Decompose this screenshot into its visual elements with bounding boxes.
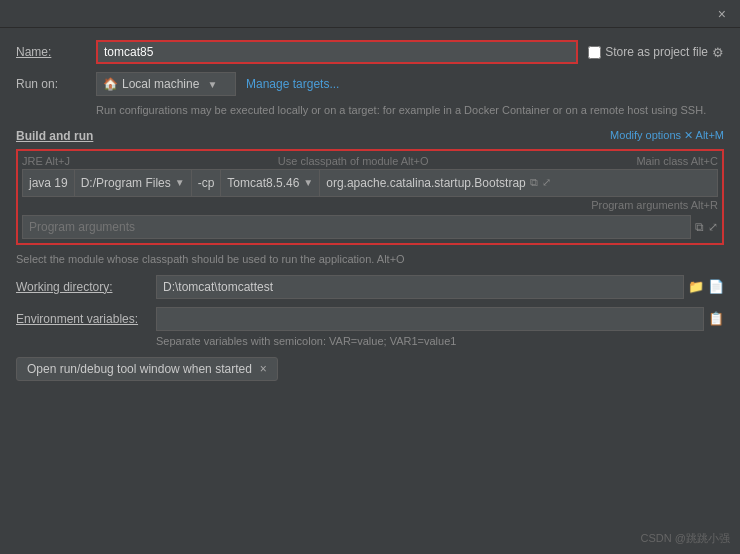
expand-icon[interactable]: ⤢ <box>542 176 551 189</box>
run-debug-dialog: × Name: Store as project file ⚙ Run on: … <box>0 0 740 554</box>
build-run-controls: java 19 D:/Program Files ▼ -cp Tomcat8.5… <box>22 169 718 197</box>
java-version-segment[interactable]: java 19 <box>23 170 75 196</box>
java-version-label: java 19 <box>29 176 68 190</box>
java-path-segment[interactable]: D:/Program Files ▼ <box>75 170 192 196</box>
main-class-hint: Main class Alt+C <box>636 155 718 167</box>
name-row: Name: Store as project file ⚙ <box>16 40 724 64</box>
dropdown-arrow-icon: ▼ <box>207 79 217 90</box>
cp-label-segment: -cp <box>192 170 222 196</box>
gear-icon[interactable]: ⚙ <box>712 45 724 60</box>
prog-args-expand-icon[interactable]: ⤢ <box>708 220 718 234</box>
dialog-content: Name: Store as project file ⚙ Run on: 🏠 … <box>0 28 740 554</box>
prog-args-copy-icon[interactable]: ⧉ <box>695 220 704 234</box>
main-class-segment[interactable]: org.apache.catalina.startup.Bootstrap ⧉ … <box>320 170 717 196</box>
module-segment[interactable]: Tomcat8.5.46 ▼ <box>221 170 320 196</box>
open-debug-close-icon[interactable]: × <box>260 362 267 376</box>
env-vars-icons: 📋 <box>708 311 724 326</box>
local-machine-select[interactable]: 🏠 Local machine ▼ <box>96 72 236 96</box>
modify-options-link[interactable]: Modify options ✕ Alt+M <box>610 129 724 142</box>
title-bar: × <box>0 0 740 28</box>
module-label: Tomcat8.5.46 <box>227 176 299 190</box>
info-text: Run configurations may be executed local… <box>96 102 724 119</box>
env-vars-row: Environment variables: 📋 <box>16 307 724 331</box>
working-dir-file-icon[interactable]: 📄 <box>708 279 724 294</box>
java-path-arrow-icon: ▼ <box>175 177 185 188</box>
working-dir-icons: 📁 📄 <box>688 279 724 294</box>
jre-hint: JRE Alt+J <box>22 155 70 167</box>
open-debug-label: Open run/debug tool window when started <box>27 362 252 376</box>
store-project-container: Store as project file ⚙ <box>588 45 724 60</box>
store-project-checkbox[interactable] <box>588 46 601 59</box>
modify-arrow-icon: ✕ <box>684 129 695 141</box>
prog-args-icons: ⧉ ⤢ <box>695 220 718 234</box>
env-vars-label: Environment variables: <box>16 312 156 326</box>
hints-row: JRE Alt+J Use classpath of module Alt+O … <box>22 155 718 167</box>
env-hint: Separate variables with semicolon: VAR=v… <box>156 335 724 347</box>
select-module-text: Select the module whose classpath should… <box>16 253 724 265</box>
watermark: CSDN @跳跳小强 <box>641 531 730 546</box>
program-args-input[interactable] <box>22 215 691 239</box>
store-project-label: Store as project file <box>605 45 708 59</box>
working-dir-label: Working directory: <box>16 280 156 294</box>
manage-targets-link[interactable]: Manage targets... <box>246 77 339 91</box>
cp-label: -cp <box>198 176 215 190</box>
build-run-section-header: Build and run Modify options ✕ Alt+M <box>16 129 724 143</box>
env-vars-edit-icon[interactable]: 📋 <box>708 311 724 326</box>
local-machine-label: Local machine <box>122 77 199 91</box>
java-path-label: D:/Program Files <box>81 176 171 190</box>
classpath-hint: Use classpath of module Alt+O <box>278 155 429 167</box>
close-button[interactable]: × <box>712 4 732 24</box>
open-debug-button[interactable]: Open run/debug tool window when started … <box>16 357 278 381</box>
run-on-label: Run on: <box>16 77 96 91</box>
working-dir-folder-icon[interactable]: 📁 <box>688 279 704 294</box>
run-on-row: Run on: 🏠 Local machine ▼ Manage targets… <box>16 72 724 96</box>
program-args-hint: Program arguments Alt+R <box>22 199 718 211</box>
house-icon: 🏠 <box>103 77 118 91</box>
program-args-row: ⧉ ⤢ <box>22 215 718 239</box>
name-label: Name: <box>16 45 96 59</box>
build-run-box: JRE Alt+J Use classpath of module Alt+O … <box>16 149 724 245</box>
module-arrow-icon: ▼ <box>303 177 313 188</box>
name-input[interactable] <box>96 40 578 64</box>
main-class-value: org.apache.catalina.startup.Bootstrap <box>326 176 525 190</box>
working-dir-row: Working directory: 📁 📄 <box>16 275 724 299</box>
bottom-row: Open run/debug tool window when started … <box>16 357 724 381</box>
env-vars-input[interactable] <box>156 307 704 331</box>
working-dir-input[interactable] <box>156 275 684 299</box>
build-run-title: Build and run <box>16 129 93 143</box>
copy-icon[interactable]: ⧉ <box>530 176 538 189</box>
